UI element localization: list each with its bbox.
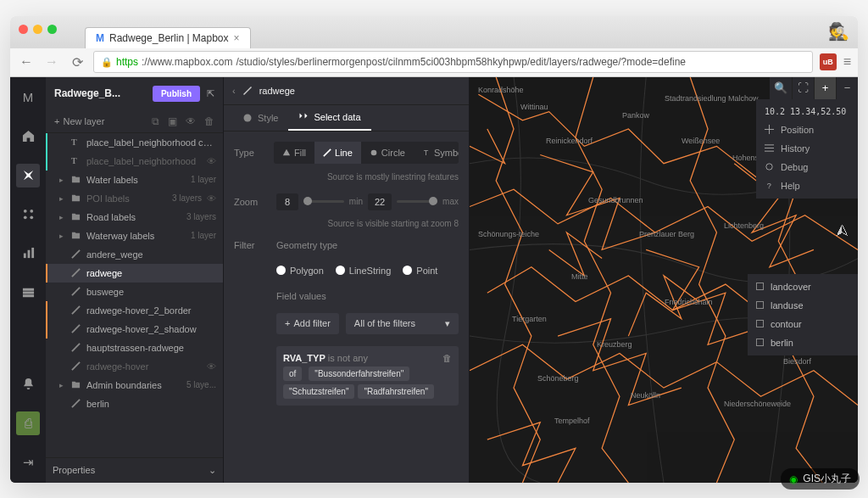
- map-debug-button[interactable]: Debug: [756, 158, 858, 176]
- rail-logout-icon[interactable]: ⇥: [16, 450, 40, 474]
- group-icon[interactable]: ▣: [168, 115, 177, 127]
- browser-tab[interactable]: M Radwege_Berlin | Mapbox ×: [85, 27, 251, 48]
- map-canvas[interactable]: Wittinau Reinickendorf Mitte Tiergarten …: [470, 77, 858, 483]
- layer-name: berlin: [86, 399, 216, 409]
- filter-value[interactable]: "Bussonderfahrstreifen": [309, 367, 409, 381]
- zoom-hint: Source is visible starting at zoom 8: [234, 219, 459, 228]
- type-line-button[interactable]: Line: [314, 142, 361, 164]
- favicon: M: [96, 32, 104, 44]
- layer-name: buswege: [86, 287, 216, 297]
- rail-home-icon[interactable]: [16, 125, 40, 148]
- filter-operator[interactable]: is not any: [328, 353, 368, 363]
- layer-item[interactable]: Tplace_label_neighborhood👁: [46, 152, 223, 171]
- compass-icon[interactable]: ⮙: [836, 223, 849, 238]
- delete-filter-icon[interactable]: 🗑: [442, 353, 452, 363]
- panel-title: radwege: [259, 86, 295, 96]
- layer-item[interactable]: ▸Waterway labels1 layer: [46, 227, 223, 245]
- back-button[interactable]: ←: [17, 54, 36, 70]
- new-layer-button[interactable]: + New layer: [54, 116, 143, 126]
- layer-item[interactable]: ▸Admin boundaries5 laye...: [46, 376, 223, 394]
- reload-button[interactable]: ⟳: [68, 54, 86, 70]
- visibility-off-icon[interactable]: 👁: [207, 156, 216, 166]
- filter-mode-select[interactable]: All of the filters▾: [346, 313, 459, 334]
- filter-value[interactable]: "Radfahrstreifen": [358, 384, 433, 399]
- layer-type-icon: [71, 287, 81, 296]
- tab-style[interactable]: Style: [232, 105, 288, 131]
- zoom-max-slider[interactable]: [397, 200, 437, 203]
- filter-field[interactable]: RVA_TYP: [283, 353, 326, 363]
- layer-item[interactable]: ▸Road labels3 layers: [46, 208, 223, 227]
- ublock-extension-icon[interactable]: uB: [820, 53, 837, 70]
- close-tab-icon[interactable]: ×: [234, 32, 240, 44]
- search-icon[interactable]: 🔍: [770, 77, 792, 99]
- layer-name: POI labels: [86, 193, 167, 204]
- type-symbol-button[interactable]: TSymbol: [414, 142, 459, 164]
- rail-stats-icon[interactable]: [16, 242, 40, 266]
- radio-point[interactable]: Point: [403, 266, 437, 276]
- filter-value[interactable]: "Schutzstreifen": [283, 384, 354, 399]
- radio-linestring[interactable]: LineString: [336, 266, 392, 276]
- zoom-min-value[interactable]: 8: [276, 193, 298, 210]
- share-icon[interactable]: ⇱: [207, 88, 214, 99]
- layer-item[interactable]: ▸Water labels1 layer: [46, 171, 223, 189]
- svg-point-1: [30, 210, 33, 213]
- layer-type-icon: [71, 399, 81, 408]
- window-maximize[interactable]: [47, 25, 57, 34]
- zoom-in-button[interactable]: +: [814, 77, 836, 99]
- source-item[interactable]: contour: [748, 315, 858, 333]
- source-item[interactable]: landcover: [748, 277, 858, 296]
- rail-account-icon[interactable]: ⎙: [16, 411, 40, 435]
- rail-styles-icon[interactable]: [16, 164, 40, 187]
- zoom-label: Zoom: [234, 197, 268, 207]
- map-position-button[interactable]: Position: [756, 120, 858, 139]
- rail-mapbox-logo[interactable]: M: [16, 86, 40, 109]
- caret-icon: ▸: [59, 381, 66, 389]
- rail-notifications-icon[interactable]: [16, 372, 40, 396]
- type-fill-button[interactable]: Fill: [274, 142, 314, 164]
- forward-button[interactable]: →: [42, 54, 61, 70]
- map-tools: 🔍 ⛶ + −: [770, 77, 858, 99]
- zoom-max-value[interactable]: 22: [368, 193, 392, 210]
- rail-tilesets-icon[interactable]: [16, 203, 40, 227]
- visibility-off-icon[interactable]: 👁: [207, 361, 216, 372]
- back-caret-icon[interactable]: ‹: [232, 86, 236, 96]
- tab-select-data[interactable]: Select data: [288, 105, 370, 131]
- layer-item[interactable]: radwege: [46, 264, 223, 283]
- rail-datasets-icon[interactable]: [16, 281, 40, 305]
- browser-menu-icon[interactable]: ≡: [843, 54, 851, 70]
- visibility-icon[interactable]: 👁: [186, 115, 196, 127]
- type-circle-button[interactable]: Circle: [361, 142, 414, 164]
- zoom-out-button[interactable]: −: [836, 77, 858, 99]
- layer-item[interactable]: andere_wege: [46, 245, 223, 264]
- visibility-off-icon[interactable]: 👁: [207, 193, 216, 204]
- delete-icon[interactable]: 🗑: [204, 115, 214, 127]
- publish-button[interactable]: Publish: [153, 86, 200, 102]
- url-input[interactable]: 🔒 https://www.mapbox.com/studio/styles/b…: [93, 51, 813, 73]
- window-minimize[interactable]: [33, 25, 42, 34]
- map-history-button[interactable]: History: [756, 139, 858, 158]
- source-item[interactable]: berlin: [748, 333, 858, 352]
- add-filter-button[interactable]: + Add filter: [276, 313, 339, 334]
- duplicate-icon[interactable]: ⧉: [152, 115, 159, 127]
- layer-item[interactable]: Tplace_label_neighborhood copy: [46, 133, 223, 152]
- layer-item[interactable]: ▸POI labels3 layers👁: [46, 189, 223, 208]
- layer-name: Admin boundaries: [86, 380, 181, 390]
- layer-item[interactable]: buswege: [46, 283, 223, 301]
- layer-item[interactable]: hauptstrassen-radwege: [46, 339, 223, 357]
- svg-point-2: [23, 215, 26, 219]
- window-close[interactable]: [19, 25, 28, 34]
- layer-item[interactable]: berlin: [46, 394, 223, 413]
- zoom-min-slider[interactable]: [303, 200, 344, 203]
- fullscreen-icon[interactable]: ⛶: [792, 77, 814, 99]
- filter-label: Filter: [234, 240, 268, 250]
- map-help-button[interactable]: ?Help: [756, 176, 858, 195]
- layer-meta: 1 layer: [191, 175, 216, 184]
- properties-toggle[interactable]: Properties ⌄: [46, 457, 223, 483]
- layer-item[interactable]: radwege-hover👁: [46, 357, 223, 376]
- type-label: Type: [234, 148, 265, 158]
- layer-name: Road labels: [86, 212, 181, 222]
- source-item[interactable]: landuse: [748, 296, 858, 315]
- layer-item[interactable]: radwege-hover_2_shadow: [46, 320, 223, 339]
- layer-item[interactable]: radwege-hover_2_border: [46, 301, 223, 320]
- radio-polygon[interactable]: Polygon: [276, 266, 324, 276]
